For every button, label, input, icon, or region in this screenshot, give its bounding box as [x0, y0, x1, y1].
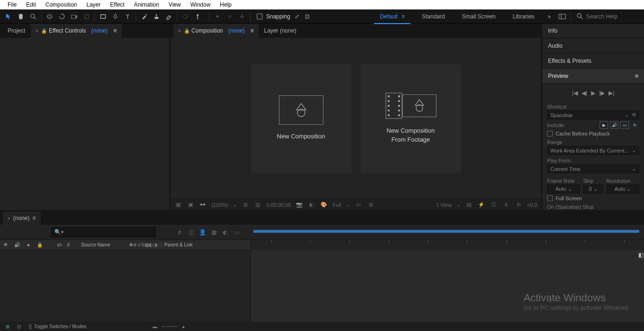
grid-icon[interactable]: ⊞ — [367, 201, 374, 209]
color-mgmt-icon[interactable]: 🎨 — [320, 201, 328, 209]
range-dropdown[interactable]: Work Area Extended By Current...⌄ — [547, 146, 639, 155]
lock-icon[interactable]: 🔒 — [184, 28, 190, 34]
toggle-3d-icon[interactable]: 👓 — [199, 201, 207, 209]
type-tool[interactable]: T — [122, 11, 133, 22]
rotation-tool[interactable] — [56, 11, 68, 22]
panel-menu-icon[interactable]: ≡ — [33, 215, 36, 221]
clone-stamp-tool[interactable] — [151, 11, 162, 22]
puppet-pin-tool[interactable] — [192, 11, 203, 22]
last-frame-button[interactable]: ▶| — [609, 90, 614, 96]
menu-view[interactable]: View — [164, 0, 186, 9]
reset-exposure-icon[interactable]: ⟲ — [514, 201, 522, 209]
shy-icon[interactable]: 👤 — [199, 229, 206, 236]
workspace-standard[interactable]: Standard — [413, 9, 453, 24]
prev-frame-button[interactable]: ◀| — [582, 90, 587, 96]
menu-file[interactable]: File — [3, 0, 21, 9]
orbit-tool[interactable] — [44, 11, 55, 22]
menu-help[interactable]: Help — [215, 0, 236, 9]
play-button[interactable]: ▶ — [591, 90, 595, 96]
camera-tool[interactable] — [69, 11, 80, 22]
resolution-icon[interactable]: ⊞ — [242, 201, 249, 209]
lock-col-icon[interactable]: 🔒 — [36, 241, 44, 249]
view-layout-dropdown[interactable]: 1 View — [436, 202, 452, 208]
preview-panel-header[interactable]: Preview≡ — [542, 69, 644, 84]
resolution-dropdown[interactable]: Full — [332, 202, 341, 208]
new-composition-from-footage-card[interactable]: New CompositionFrom Footage — [361, 64, 461, 173]
zoom-out-icon[interactable]: ▬ — [153, 324, 157, 329]
new-composition-card[interactable]: New Composition — [251, 64, 351, 173]
comp-mini-flowchart-icon[interactable]: ⋔ — [176, 229, 183, 236]
motion-blur-icon[interactable]: ◐ — [221, 229, 229, 236]
menu-effect[interactable]: Effect — [105, 0, 129, 9]
first-frame-button[interactable]: |◀ — [572, 90, 578, 96]
snapping-checkbox[interactable] — [256, 13, 263, 20]
cache-checkbox[interactable]: Cache Before Playback — [547, 131, 639, 136]
zoom-in-icon[interactable]: ▲ — [181, 324, 186, 329]
frame-blend-icon[interactable]: ▦ — [210, 229, 218, 236]
pan-behind-tool[interactable] — [81, 11, 92, 22]
brush-tool[interactable] — [139, 11, 150, 22]
play-from-dropdown[interactable]: Current Time⌄ — [547, 164, 639, 173]
close-tab-icon[interactable]: × — [35, 28, 38, 34]
world-axis-icon[interactable]: ✧ — [224, 11, 235, 22]
current-time-display[interactable]: 0:00:00:00 — [266, 202, 291, 208]
flowchart-icon[interactable]: ⋔ — [502, 201, 510, 209]
snapshot-icon[interactable]: 📷 — [296, 201, 303, 209]
audio-col-icon[interactable]: 🔊 — [13, 241, 21, 249]
exposure-value[interactable]: +0.0 — [527, 202, 537, 208]
timeline-tab[interactable]: × (none) ≡ — [3, 212, 41, 225]
workspace-libraries[interactable]: Libraries — [504, 9, 543, 24]
timeline-marker-icon[interactable]: ◧ — [637, 250, 644, 260]
timeline-search-input[interactable]: 🔍▾ — [51, 227, 156, 238]
fast-preview-icon[interactable]: ⚡ — [478, 201, 485, 209]
composition-tab[interactable]: × 🔒 Composition (none) ≡ — [174, 24, 259, 38]
toggle-switches-modes-button[interactable]: Toggle Switches / Modes — [34, 324, 87, 329]
solo-col-icon[interactable]: ● — [25, 241, 32, 249]
workspace-overflow-icon[interactable]: » — [543, 9, 556, 24]
next-frame-button[interactable]: |▶ — [599, 90, 605, 96]
timeline-icon[interactable]: ☲ — [490, 201, 497, 209]
panel-menu-icon[interactable]: ≡ — [635, 73, 638, 79]
pen-tool[interactable] — [110, 11, 121, 22]
workspace-default[interactable]: Default≡ — [371, 9, 413, 24]
menu-animation[interactable]: Animation — [129, 0, 164, 9]
menu-window[interactable]: Window — [185, 0, 215, 9]
workspace-reset-icon[interactable] — [556, 9, 569, 24]
audio-panel-header[interactable]: Audio — [542, 39, 644, 53]
toggle-alpha-icon[interactable]: ▦ — [174, 201, 182, 209]
video-col-icon[interactable]: 👁 — [2, 241, 9, 249]
toggle-in-out-icon[interactable]: {} — [26, 323, 34, 330]
toggle-switches-icon[interactable]: ⊞ — [4, 323, 11, 330]
selection-tool[interactable] — [3, 11, 14, 22]
toggle-transfer-icon[interactable]: ⊡ — [15, 323, 23, 330]
transparency-grid-icon[interactable]: ▥ — [254, 201, 261, 209]
rectangle-tool[interactable] — [97, 11, 109, 22]
hand-tool[interactable] — [15, 11, 26, 22]
timeline-ruler[interactable] — [251, 240, 644, 250]
graph-editor-icon[interactable]: ▭ — [233, 229, 240, 236]
effects-presets-header[interactable]: Effects & Presets — [542, 54, 644, 68]
zoom-slider[interactable]: ○──── — [161, 324, 177, 329]
local-axis-icon[interactable]: ✦ — [212, 11, 223, 22]
layer-tab[interactable]: Layer (none) — [260, 24, 301, 38]
search-help-input[interactable] — [586, 13, 638, 20]
roto-brush-tool[interactable] — [180, 11, 191, 22]
frame-rate-dropdown[interactable]: Auto ⌄ — [547, 185, 580, 194]
project-tab[interactable]: Project — [3, 24, 30, 38]
roi-icon[interactable]: ▭ — [355, 201, 362, 209]
eraser-tool[interactable] — [163, 11, 174, 22]
resolution-dropdown[interactable]: Auto ⌄ — [606, 185, 639, 194]
lock-icon[interactable]: 🔒 — [41, 28, 47, 34]
include-video-icon[interactable]: ▶ — [600, 121, 608, 129]
zoom-tool[interactable] — [27, 11, 39, 22]
timeline-layer-list[interactable] — [0, 250, 251, 322]
snap-collapse-icon[interactable]: ⊡ — [304, 13, 311, 20]
panel-menu-icon[interactable]: ≡ — [251, 27, 254, 34]
include-loop-icon[interactable]: ↻ — [631, 121, 639, 129]
menu-composition[interactable]: Composition — [41, 0, 82, 9]
show-channel-icon[interactable]: ◐ — [308, 201, 315, 209]
close-tab-icon[interactable]: × — [8, 216, 10, 221]
full-screen-checkbox[interactable]: Full Screen — [547, 195, 639, 201]
include-audio-icon[interactable]: 🔊 — [610, 121, 618, 129]
index-col-header[interactable]: # — [67, 242, 70, 247]
